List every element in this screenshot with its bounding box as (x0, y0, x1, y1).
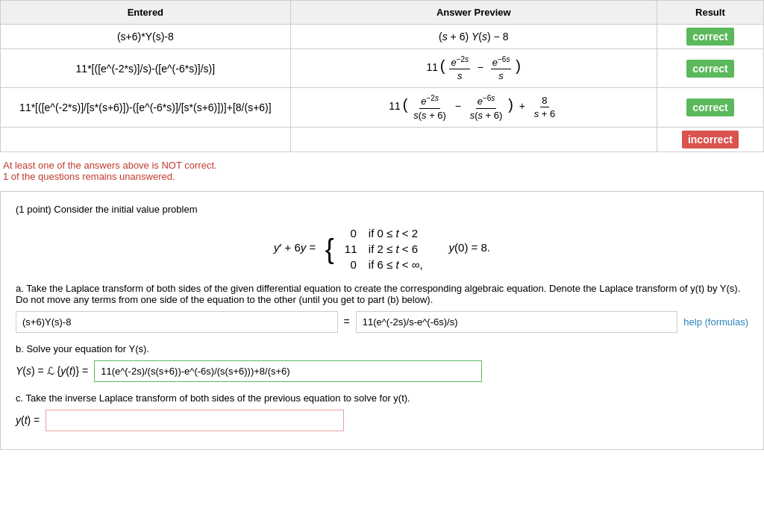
part-a-right-input[interactable] (356, 311, 678, 333)
entered-cell (1, 127, 291, 151)
result-cell: correct (657, 88, 763, 127)
part-c-input[interactable] (46, 410, 344, 431)
entered-cell: 11*[([e^(-2*s)]/[s*(s+6)])-([e^(-6*s)]/[… (1, 88, 291, 127)
result-badge: incorrect (682, 131, 739, 148)
part-b-input[interactable] (94, 360, 482, 382)
status-line1: At least one of the answers above is NOT… (3, 160, 761, 171)
ode-display: y′ + 6y = { 0if 0 ≤ t < 2 11if 2 ≤ t < 6… (16, 227, 748, 271)
preview-cell: 11 ( e−2ss(s + 6) − e−6ss(s + 6) ) + 8s … (290, 88, 657, 127)
col-header-entered: Entered (1, 1, 291, 25)
col-header-preview: Answer Preview (290, 1, 657, 25)
col-header-result: Result (657, 1, 763, 25)
preview-cell (290, 127, 657, 151)
result-badge: correct (686, 98, 733, 116)
result-cell: correct (657, 25, 763, 49)
table-row: (s+6)*Y(s)-8 (s + 6) Y(s) − 8 correct (1, 25, 764, 49)
result-cell: incorrect (657, 127, 763, 151)
part-b-prefix: Y(s) = ℒ {y(t)} = (16, 365, 88, 377)
result-badge: correct (686, 28, 733, 46)
part-c-label: c. Take the inverse Laplace transform of… (16, 392, 748, 404)
table-row: 11*[([e^(-2*s)]/s)-([e^(-6*s)]/s)] 11 ( … (1, 49, 764, 88)
status-area: At least one of the answers above is NOT… (0, 152, 764, 188)
part-c-prefix: y(t) = (16, 414, 40, 426)
entered-cell: (s+6)*Y(s)-8 (1, 25, 291, 49)
equals-sign: = (344, 316, 350, 328)
entered-cell: 11*[([e^(-2*s)]/s)-([e^(-6*s)]/s)] (1, 49, 291, 88)
status-line2: 1 of the questions remains unanswered. (3, 171, 761, 182)
part-a-left-input[interactable] (16, 311, 338, 333)
part-b-label: b. Solve your equation for Y(s). (16, 343, 748, 354)
part-a-label: a. Take the Laplace transform of both si… (16, 283, 748, 305)
part-c-input-row: y(t) = (16, 410, 748, 431)
table-row: incorrect (1, 127, 764, 151)
preview-cell: (s + 6) Y(s) − 8 (290, 25, 657, 49)
table-row: 11*[([e^(-2*s)]/[s*(s+6)])-([e^(-6*s)]/[… (1, 88, 764, 127)
problem-intro: (1 point) Consider the initial value pro… (16, 204, 748, 215)
answer-table: Entered Answer Preview Result (s+6)*Y(s)… (0, 0, 764, 152)
help-formulas-link[interactable]: help (formulas) (683, 316, 748, 328)
preview-cell: 11 ( e−2ss − e−6ss ) (290, 49, 657, 88)
part-b-input-row: Y(s) = ℒ {y(t)} = (16, 360, 748, 382)
part-a-input-row: = help (formulas) (16, 311, 748, 333)
problem-box: (1 point) Consider the initial value pro… (0, 191, 764, 450)
result-badge: correct (686, 60, 733, 78)
result-cell: correct (657, 49, 763, 88)
